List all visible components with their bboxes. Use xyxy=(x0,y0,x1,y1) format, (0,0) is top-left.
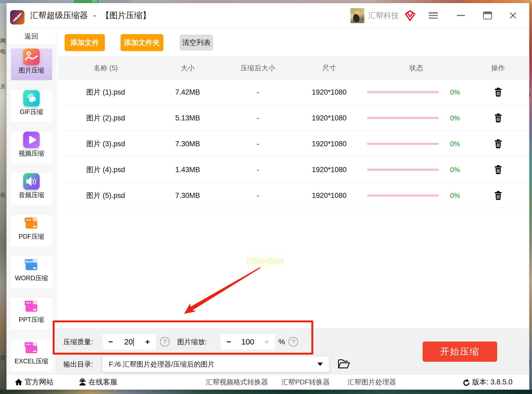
sidebar-item-label: GIF压缩 xyxy=(11,108,52,116)
progress-percent: 0% xyxy=(450,140,460,148)
home-icon xyxy=(15,378,23,386)
browse-folder-icon[interactable] xyxy=(337,358,350,370)
progress-bar xyxy=(367,143,439,145)
progress-percent: 0% xyxy=(450,192,460,200)
progress-bar xyxy=(367,91,439,93)
app-name: 汇帮超级压缩器 xyxy=(30,11,88,20)
audio-compress-icon[interactable]: 音频压缩 xyxy=(11,173,52,205)
table-row: 图片 (4).psd 1.43MB - 1920*1080 0% xyxy=(58,157,529,183)
account-name: 汇帮科技 xyxy=(368,3,399,28)
scale-label: 图片缩放: xyxy=(177,334,207,350)
delete-trash-icon[interactable] xyxy=(494,113,502,123)
ppt-compress-icon[interactable]: PPT PPT压缩 xyxy=(11,298,52,330)
delete-trash-icon[interactable] xyxy=(494,139,502,148)
word-compress-icon[interactable]: Word WORD压缩 xyxy=(11,256,52,288)
file-list: 图片 (1).psd 7.42MB - 1920*1080 0% xyxy=(58,79,529,209)
gif-compress-icon[interactable]: GIF压缩 xyxy=(11,90,52,122)
desktop-edge-bottom xyxy=(0,389,532,394)
online-service-link[interactable]: 在线客服 xyxy=(89,375,117,390)
quality-plus-button[interactable]: + xyxy=(145,337,150,346)
status-cell: 0% xyxy=(365,192,468,200)
scale-input[interactable]: 100 xyxy=(241,338,254,346)
app-window: 汇帮超级压缩器-【图片压缩】 汇帮科技 返回 xyxy=(7,3,529,389)
desktop-edge-top: P10 xyxy=(0,0,532,3)
scale-minus-button[interactable]: − xyxy=(226,337,231,346)
quality-minus-button[interactable]: − xyxy=(108,337,113,346)
desktop-fragment: 网 xyxy=(0,37,7,44)
progress-percent: 0% xyxy=(450,88,460,96)
status-cell: 0% xyxy=(365,166,468,174)
dimensions: 1920*1080 xyxy=(294,88,365,96)
clear-list-button[interactable]: 清空列表 xyxy=(180,35,213,50)
dropdown-caret-icon xyxy=(317,363,323,366)
maximize-button[interactable] xyxy=(483,11,492,19)
link-pdf-converter[interactable]: 汇帮PDF转换器 xyxy=(281,375,330,390)
table-row: 图片 (1).psd 7.42MB - 1920*1080 0% xyxy=(58,79,529,105)
text-cursor xyxy=(133,338,134,346)
scale-plus-button[interactable]: + xyxy=(264,337,269,346)
compressed-size: - xyxy=(222,140,294,148)
output-dir-label: 输出目录: xyxy=(63,356,93,372)
scale-help-icon[interactable]: ? xyxy=(288,337,298,347)
status-cell: 0% xyxy=(365,140,468,148)
minimize-button[interactable] xyxy=(457,15,465,16)
quality-label: 压缩质量: xyxy=(63,334,93,350)
desktop-fragment: 星 xyxy=(0,354,7,361)
table-header: 名称 (5) 大小 压缩后大小 尺寸 状态 操作 xyxy=(58,56,529,79)
dimensions: 1920*1080 xyxy=(294,114,365,122)
delete-trash-icon[interactable] xyxy=(494,191,502,200)
dimensions: 1920*1080 xyxy=(294,166,365,174)
output-dir-select[interactable]: F:/6.汇帮图片处理器/压缩后的图片 xyxy=(102,356,329,372)
vip-badge-icon[interactable] xyxy=(404,10,416,22)
sidebar-item-label: 音频压缩 xyxy=(11,191,52,199)
compressed-size: - xyxy=(222,88,294,96)
col-dims: 尺寸 xyxy=(294,63,365,73)
table-row: 图片 (5).psd 7.30MB - 1920*1080 0% xyxy=(58,183,529,209)
table-row: 图片 (2).psd 5.13MB - 1920*1080 0% xyxy=(58,105,529,131)
sidebar-items: 图片压缩 GIF压缩 xyxy=(7,48,56,371)
progress-bar xyxy=(367,194,439,197)
sidebar: 返回 图片压缩 xyxy=(7,28,56,374)
link-image-processor[interactable]: 汇帮图片处理器 xyxy=(348,375,396,390)
compressed-size: - xyxy=(222,166,294,174)
image-compress-icon[interactable]: 图片压缩 xyxy=(11,48,52,80)
action-cell xyxy=(468,191,529,200)
col-status: 状态 xyxy=(365,63,468,73)
back-button[interactable]: 返回 xyxy=(7,28,56,45)
image-compress-icon xyxy=(23,48,40,65)
table-row: 图片 (3).psd 7.30MB - 1920*1080 0% xyxy=(58,131,529,157)
add-folder-button[interactable]: 添加文件夹 xyxy=(121,34,163,51)
link-video-converter[interactable]: 汇帮视频格式转换器 xyxy=(206,375,268,390)
desktop-tab-fragment: P10 xyxy=(74,0,98,3)
close-button[interactable] xyxy=(509,11,517,20)
file-name: 图片 (4).psd xyxy=(58,165,153,174)
col-action: 操作 xyxy=(468,63,529,73)
official-site-link[interactable]: 官方网站 xyxy=(25,375,53,390)
titlebar[interactable]: 汇帮超级压缩器-【图片压缩】 汇帮科技 xyxy=(7,3,529,28)
sidebar-item-label: 图片压缩 xyxy=(11,66,52,75)
delete-trash-icon[interactable] xyxy=(494,88,502,97)
version-text: 版本: 3.8.5.0 xyxy=(472,375,513,390)
progress-percent: 0% xyxy=(450,114,460,122)
sidebar-item-label: EXCEL压缩 xyxy=(11,357,52,365)
title-separator: - xyxy=(93,11,96,20)
delete-trash-icon[interactable] xyxy=(494,165,502,174)
hamburger-menu-icon[interactable] xyxy=(429,12,438,19)
sidebar-item-label: PPT压缩 xyxy=(11,315,52,324)
quality-help-icon[interactable]: ? xyxy=(160,337,170,347)
folder-compress-icon: PDF xyxy=(23,215,40,231)
start-compress-button[interactable]: 开始压缩 xyxy=(423,342,497,362)
video-compress-icon[interactable]: 视频压缩 xyxy=(11,132,52,163)
refresh-version-icon[interactable] xyxy=(462,379,470,387)
avatar[interactable] xyxy=(350,8,364,23)
excel-compress-icon[interactable]: PPT EXCEL压缩 xyxy=(11,339,52,371)
output-dir-value: F:/6.汇帮图片处理器/压缩后的图片 xyxy=(109,360,215,369)
mode-name: 【图片压缩】 xyxy=(101,11,151,20)
pdf-compress-icon[interactable]: PDF PDF压缩 xyxy=(11,215,52,246)
percent-sign: % xyxy=(278,334,285,350)
sidebar-item-label: WORD压缩 xyxy=(11,274,52,282)
watermark: 1755442854 xyxy=(247,255,282,267)
quality-input[interactable]: 20 xyxy=(124,338,134,346)
add-file-button[interactable]: 添加文件 xyxy=(65,34,105,51)
file-size: 7.42MB xyxy=(153,88,222,96)
